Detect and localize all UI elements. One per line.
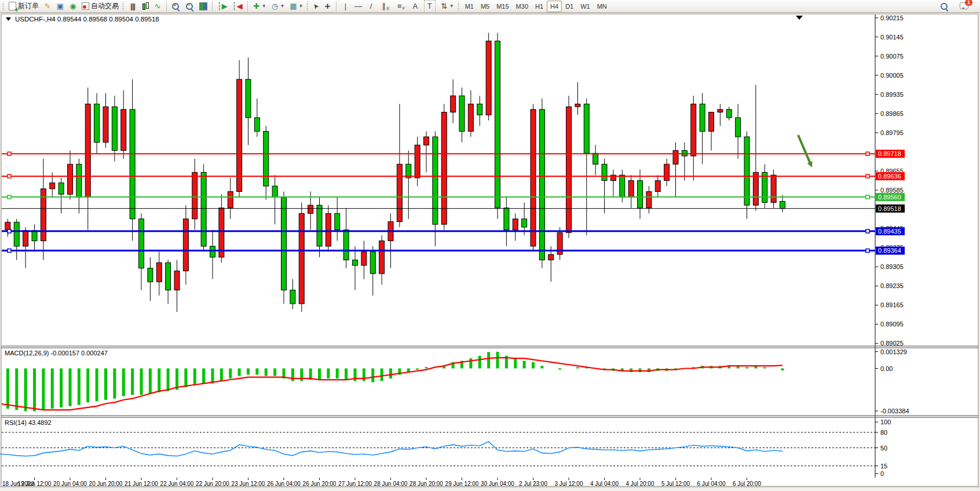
templates-button[interactable]: ▦▼ bbox=[287, 0, 306, 13]
svg-text:6 Jul 20:00: 6 Jul 20:00 bbox=[733, 481, 761, 487]
crosshair-button[interactable]: + bbox=[321, 0, 334, 13]
svg-text:0.89095: 0.89095 bbox=[880, 321, 904, 328]
toolbar-separator bbox=[166, 1, 167, 12]
svg-text:0.90145: 0.90145 bbox=[880, 34, 904, 41]
zoom-in-icon: + bbox=[172, 3, 179, 10]
signals-icon: ◉ bbox=[69, 1, 77, 12]
svg-text:0.89718: 0.89718 bbox=[878, 150, 901, 157]
svg-text:5 Jul 12:00: 5 Jul 12:00 bbox=[661, 481, 690, 487]
svg-text:22 Jun 20:00: 22 Jun 20:00 bbox=[196, 481, 229, 487]
indicators-button[interactable]: ✚▼ bbox=[250, 0, 269, 13]
svg-text:26 Jun 04:00: 26 Jun 04:00 bbox=[267, 481, 301, 487]
autotrading-label: 自动交易 bbox=[91, 1, 119, 11]
clock-icon: ◷ bbox=[271, 1, 279, 12]
chart-window[interactable]: 0.902150.901450.900750.900050.899350.898… bbox=[0, 13, 980, 491]
timeframe-d1-button[interactable]: D1 bbox=[562, 1, 577, 12]
new-order-label: 新订单 bbox=[18, 1, 39, 11]
quotes-button[interactable]: ✎ bbox=[41, 0, 54, 13]
indicators-icon: ✚ bbox=[253, 1, 261, 12]
text-button[interactable]: A bbox=[409, 0, 422, 13]
cursor-button[interactable]: ➤ bbox=[310, 0, 321, 13]
search-icon bbox=[941, 3, 948, 10]
charts-window-button[interactable]: ▣ bbox=[54, 0, 67, 13]
bar-chart-button[interactable]: ||| bbox=[126, 0, 139, 13]
timeframe-w1-button[interactable]: W1 bbox=[577, 1, 594, 12]
arrows-icon: ⇅ bbox=[440, 1, 448, 12]
svg-text:6 Jul 04:00: 6 Jul 04:00 bbox=[697, 481, 726, 487]
auto-scroll-button[interactable]: ┆▶ bbox=[215, 0, 230, 13]
toolbar-separator bbox=[212, 1, 213, 12]
crosshair-icon: + bbox=[323, 1, 331, 12]
svg-text:0.89795: 0.89795 bbox=[880, 129, 904, 136]
toolbar-grip[interactable] bbox=[306, 2, 309, 11]
svg-text:27 Jun 12:00: 27 Jun 12:00 bbox=[338, 481, 372, 487]
timeframe-toolbar: M1M5M15M30H1H4D1W1MN bbox=[462, 1, 610, 12]
svg-text:28 Jun 04:00: 28 Jun 04:00 bbox=[374, 481, 408, 487]
svg-text:0.90005: 0.90005 bbox=[880, 72, 904, 79]
autotrading-button[interactable]: 自动交易 bbox=[79, 0, 121, 13]
svg-text:20 Jun 20:00: 20 Jun 20:00 bbox=[89, 481, 123, 487]
svg-text:22 Jun 04:00: 22 Jun 04:00 bbox=[160, 481, 194, 487]
timeframe-m5-button[interactable]: M5 bbox=[477, 1, 493, 12]
chevron-down-icon: ▼ bbox=[299, 3, 303, 9]
timeframe-mn-button[interactable]: MN bbox=[594, 1, 610, 12]
new-order-icon bbox=[9, 2, 16, 10]
tile-windows-button[interactable] bbox=[197, 0, 210, 13]
svg-text:0.89518: 0.89518 bbox=[878, 205, 901, 212]
toolbar-grip[interactable] bbox=[2, 2, 5, 11]
timeframe-m1-button[interactable]: M1 bbox=[462, 1, 477, 12]
svg-text:0.89235: 0.89235 bbox=[880, 282, 904, 289]
candlestick-icon bbox=[141, 2, 149, 10]
line-chart-button[interactable]: ∿ bbox=[151, 0, 164, 13]
svg-text:4 Jul 04:00: 4 Jul 04:00 bbox=[590, 481, 619, 487]
toolbar-grip[interactable] bbox=[122, 2, 125, 11]
svg-text:0.89435: 0.89435 bbox=[878, 228, 901, 235]
templates-icon: ▦ bbox=[290, 1, 298, 12]
svg-text:0.89165: 0.89165 bbox=[880, 301, 904, 308]
toolbar-separator bbox=[247, 1, 248, 12]
zoom-in-button[interactable]: + bbox=[169, 0, 183, 13]
trendline-button[interactable]: / bbox=[364, 0, 377, 13]
channel-button[interactable]: ∥E bbox=[377, 0, 393, 13]
candlestick-button[interactable] bbox=[139, 0, 151, 13]
svg-text:4 Jul 20:00: 4 Jul 20:00 bbox=[626, 481, 654, 487]
toolbar-grip[interactable] bbox=[457, 2, 460, 11]
fibonacci-button[interactable]: ≡F bbox=[393, 0, 409, 13]
svg-text:0.89364: 0.89364 bbox=[878, 247, 901, 254]
bar-chart-icon: ||| bbox=[129, 1, 137, 12]
svg-text:0: 0 bbox=[880, 470, 884, 477]
svg-text:0.89585: 0.89585 bbox=[880, 187, 904, 194]
vline-button[interactable]: | bbox=[339, 0, 352, 13]
svg-text:0.89865: 0.89865 bbox=[880, 110, 904, 117]
signals-button[interactable]: ◉ bbox=[67, 0, 79, 13]
svg-text:-0.003384: -0.003384 bbox=[880, 408, 909, 414]
main-toolbar: 新订单 ✎ ▣ ◉ 自动交易 ||| ∿ + − ┆▶ ┆◀ ✚▼ ◷▼ ▦▼ … bbox=[0, 0, 980, 13]
hline-button[interactable]: — bbox=[352, 0, 364, 13]
svg-text:26 Jun 20:00: 26 Jun 20:00 bbox=[303, 481, 337, 487]
quotes-icon: ✎ bbox=[43, 1, 52, 12]
timeframe-m15-button[interactable]: M15 bbox=[493, 1, 512, 12]
timeframe-h4-button[interactable]: H4 bbox=[547, 1, 562, 12]
svg-text:0.89636: 0.89636 bbox=[878, 173, 901, 180]
timeframe-h1-button[interactable]: H1 bbox=[532, 1, 547, 12]
tile-windows-icon bbox=[199, 2, 207, 10]
autotrading-icon bbox=[82, 2, 89, 10]
text-label-icon: T bbox=[424, 0, 436, 13]
svg-text:3 Jul 12:00: 3 Jul 12:00 bbox=[555, 481, 583, 487]
text-label-button[interactable]: T bbox=[422, 0, 438, 13]
toolbar-separator bbox=[336, 1, 337, 12]
new-order-button[interactable]: 新订单 bbox=[6, 0, 41, 13]
periods-button[interactable]: ◷▼ bbox=[269, 0, 287, 13]
svg-text:2 Jul 23:00: 2 Jul 23:00 bbox=[519, 481, 547, 487]
chart-title: USDCHF-,H4 0.89544 0.89568 0.89504 0.895… bbox=[15, 16, 159, 23]
rsi-label: RSI(14) 43.4892 bbox=[5, 419, 52, 426]
arrows-button[interactable]: ⇅▼ bbox=[438, 0, 456, 13]
chat-badge: 1 bbox=[965, 0, 972, 6]
zoom-out-button[interactable]: − bbox=[183, 0, 197, 13]
timeframe-m30-button[interactable]: M30 bbox=[513, 1, 532, 12]
zoom-out-icon: − bbox=[186, 3, 193, 10]
search-button[interactable] bbox=[938, 0, 952, 13]
macd-label: MACD(12,26,9) -0.000157 0.000247 bbox=[5, 350, 108, 357]
chat-button[interactable]: 1 bbox=[957, 0, 971, 13]
chart-shift-button[interactable]: ┆◀ bbox=[230, 0, 245, 13]
